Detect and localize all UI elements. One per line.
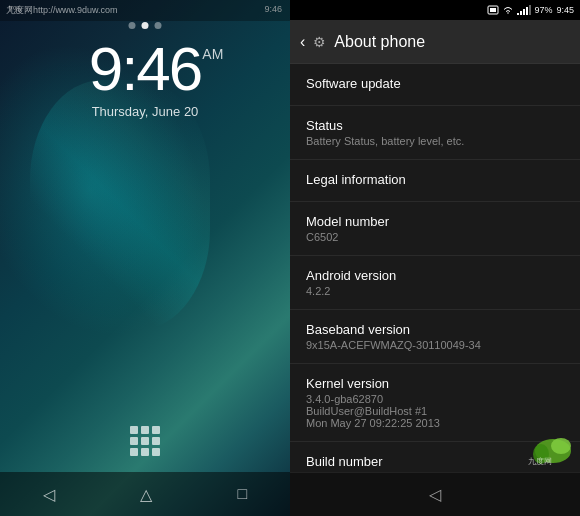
grid-dot [130,437,138,445]
home-nav-icon[interactable]: △ [140,485,152,504]
grid-dot [152,426,160,434]
grid-dot [152,448,160,456]
right-header: ‹ ⚙ About phone [290,20,580,64]
menu-item-subtitle: 4.2.2 [306,285,564,297]
lock-time-display: 9:46 [89,34,202,103]
grid-dot [141,448,149,456]
right-back-icon[interactable]: ◁ [429,485,441,504]
menu-item-title: Baseband version [306,322,564,337]
header-title: About phone [334,33,425,51]
dot-2 [142,22,149,29]
menu-item-subtitle: C6502 [306,231,564,243]
svg-rect-1 [490,8,496,12]
about-phone-screen: 97% 9:45 ‹ ⚙ About phone Software update… [290,0,580,516]
lock-watermark: 九度网http://www.9duw.com [0,0,290,21]
wrench-icon: ⚙ [313,34,326,50]
menu-item-title: Android version [306,268,564,283]
svg-text:九度网: 九度网 [528,457,552,466]
menu-item-title: Model number [306,214,564,229]
menu-item-status[interactable]: Status Battery Status, battery level, et… [290,106,580,160]
menu-item-subtitle: 3.4.0-gba62870 BuildUser@BuildHost #1 Mo… [306,393,564,429]
right-time: 9:45 [556,5,574,15]
grid-dot [141,426,149,434]
menu-item-title: Legal information [306,172,564,187]
svg-point-8 [551,438,571,454]
sim-icon [487,5,499,15]
menu-item-subtitle: 9x15A-ACEFWMAZQ-30110049-34 [306,339,564,351]
lock-time-container: 9:46 AM Thursday, June 20 [89,38,202,119]
svg-rect-4 [523,9,525,15]
lock-nav-bar: ◁ △ □ [0,472,290,516]
dot-1 [129,22,136,29]
menu-item-software-update[interactable]: Software update [290,64,580,106]
lock-grid-icon[interactable] [130,426,160,456]
right-status-bar: 97% 9:45 [290,0,580,20]
menu-item-title: Kernel version [306,376,564,391]
menu-item-title: Software update [306,76,564,91]
lock-ampm: AM [202,46,223,62]
grid-icon-inner [130,426,160,456]
menu-item-legal[interactable]: Legal information [290,160,580,202]
lock-dots [129,22,162,29]
svg-rect-5 [526,7,528,15]
wifi-icon [502,5,514,15]
back-nav-icon[interactable]: ◁ [43,485,55,504]
right-watermark: 九度网 [523,426,578,470]
grid-dot [141,437,149,445]
battery-percent: 97% [534,5,552,15]
about-phone-menu[interactable]: Software update Status Battery Status, b… [290,64,580,472]
menu-item-model[interactable]: Model number C6502 [290,202,580,256]
back-button[interactable]: ‹ [300,33,305,51]
watermark-svg: 九度网 [523,426,578,466]
menu-item-baseband[interactable]: Baseband version 9x15A-ACEFWMAZQ-3011004… [290,310,580,364]
dot-3 [155,22,162,29]
lock-screen: 7% 9:46 九度网http://www.9duw.com 9:46 AM T… [0,0,290,516]
menu-item-title: Status [306,118,564,133]
grid-dot [152,437,160,445]
recent-nav-icon[interactable]: □ [238,485,248,503]
svg-rect-2 [517,13,519,15]
grid-dot [130,448,138,456]
menu-item-subtitle: Battery Status, battery level, etc. [306,135,564,147]
svg-rect-6 [529,5,531,15]
lock-date: Thursday, June 20 [89,104,202,119]
svg-rect-3 [520,11,522,15]
status-icons: 97% [487,5,552,15]
grid-dot [130,426,138,434]
right-nav-bar: ◁ [290,472,580,516]
signal-icon [517,5,531,15]
menu-item-android-version[interactable]: Android version 4.2.2 [290,256,580,310]
